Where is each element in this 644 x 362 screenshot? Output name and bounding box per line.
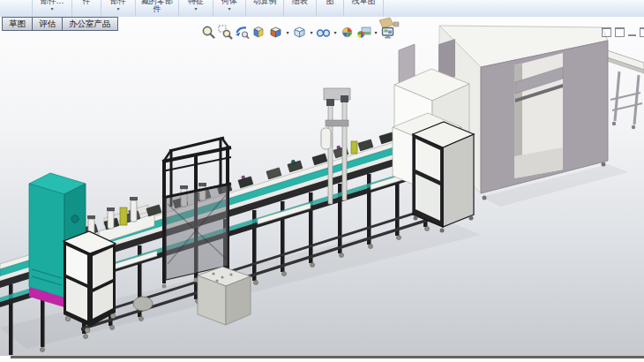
- heads-up-view-toolbar: ▾ ▾ ▾: [201, 25, 395, 40]
- dropdown-arrow-icon[interactable]: ▾: [116, 6, 119, 11]
- dropdown-arrow-icon[interactable]: ▾: [309, 30, 314, 35]
- dropdown-arrow-icon[interactable]: ▾: [285, 30, 290, 35]
- graphics-area[interactable]: ▾ ▾ ▾: [0, 17, 644, 356]
- edit-appearance-icon[interactable]: [340, 25, 355, 40]
- ribbon-item-label: 图: [326, 0, 334, 5]
- ribbon-item-9[interactable]: 线草图: [344, 0, 384, 17]
- ribbon-item-4[interactable]: 特征 ▾: [179, 0, 213, 17]
- previous-view-icon[interactable]: [235, 25, 250, 40]
- tile-icon[interactable]: [615, 27, 625, 37]
- zoom-to-area-icon[interactable]: [218, 25, 233, 40]
- section-view-icon[interactable]: [251, 25, 266, 40]
- ribbon-item-label: 藏的零部件: [138, 0, 176, 12]
- bottom-edge: [0, 356, 644, 362]
- ribbon-item-3[interactable]: 藏的零部件: [136, 0, 179, 17]
- ribbon-item-6[interactable]: 动算例: [246, 0, 284, 17]
- ribbon-item-label: 部件...: [41, 0, 64, 5]
- dropdown-arrow-icon[interactable]: ▾: [228, 6, 230, 11]
- dropdown-arrow-icon[interactable]: ▾: [333, 30, 338, 35]
- status-bar-edge: [11, 356, 644, 358]
- view-settings-icon[interactable]: [380, 25, 395, 40]
- apply-scene-icon[interactable]: [356, 25, 371, 40]
- ribbon-item-label: 何体: [221, 0, 237, 5]
- ribbon-item-8[interactable]: 图: [317, 0, 344, 17]
- ribbon-item-2[interactable]: 部件 ▾: [101, 0, 136, 17]
- document-window-controls: [602, 27, 644, 37]
- ribbon-item-label: 特征: [188, 0, 204, 5]
- model-view[interactable]: [0, 17, 644, 356]
- dropdown-arrow-icon[interactable]: ▾: [194, 6, 197, 11]
- cabinet-port-hole: [71, 215, 79, 222]
- view-orientation-icon[interactable]: [268, 25, 283, 40]
- ribbon-bar: 部件... ▾ 件 部件 ▾ 藏的零部件 特征 ▾ 何体 ▾ 动算例 细表 图: [0, 0, 644, 18]
- ribbon-item-label: 线草图: [352, 0, 376, 5]
- ribbon-item-7[interactable]: 细表: [284, 0, 317, 17]
- tab-evaluate[interactable]: 评估: [32, 17, 63, 31]
- ribbon-item-1[interactable]: 件: [72, 0, 101, 17]
- solidworks-window: 部件... ▾ 件 部件 ▾ 藏的零部件 特征 ▾ 何体 ▾ 动算例 细表 图: [0, 0, 644, 362]
- ribbon-item-label: 细表: [292, 0, 308, 5]
- safety-cage: [162, 138, 232, 289]
- commandmanager-tabs: 草图 评估 办公室产品: [2, 17, 117, 31]
- tab-sketch[interactable]: 草图: [2, 17, 33, 31]
- ribbon-clipped-icon-area: [0, 0, 33, 17]
- tab-office-products[interactable]: 办公室产品: [62, 17, 118, 31]
- ribbon-item-label: 动算例: [253, 0, 277, 5]
- ribbon-item-label: 部件: [110, 0, 126, 5]
- framed-cabinet-right: [413, 122, 474, 233]
- floor-control-box: [198, 267, 251, 325]
- restore-icon[interactable]: [602, 27, 611, 37]
- motor-yellow-green: [120, 207, 127, 225]
- close-icon[interactable]: [640, 27, 644, 37]
- motor-yellow-green-2: [351, 141, 357, 154]
- ribbon-item-label: 件: [83, 0, 91, 5]
- hide-show-items-icon[interactable]: [316, 25, 331, 40]
- dropdown-arrow-icon[interactable]: ▾: [50, 6, 53, 11]
- minimize-icon[interactable]: [628, 27, 636, 36]
- dropdown-arrow-icon[interactable]: ▾: [373, 30, 378, 35]
- zoom-to-fit-icon[interactable]: [201, 25, 216, 40]
- ribbon-item-0[interactable]: 部件... ▾: [33, 0, 72, 17]
- ribbon-item-5[interactable]: 何体 ▾: [213, 0, 246, 17]
- display-style-icon[interactable]: [292, 25, 307, 40]
